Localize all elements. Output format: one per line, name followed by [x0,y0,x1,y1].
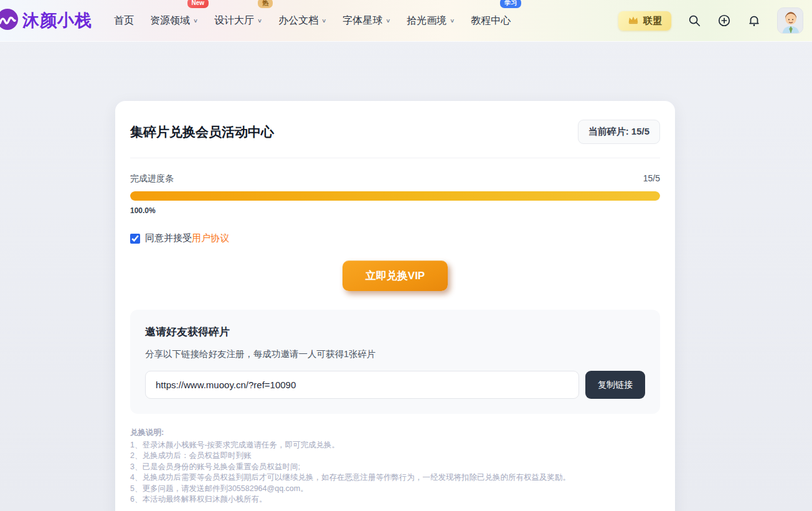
agreement-label: 同意并接受 [145,232,192,243]
agreement-text: 同意并接受用户协议 [145,232,229,244]
new-badge: New [187,0,209,8]
note-item: 4、兑换成功后需要等会员权益到期后才可以继续兑换，如存在恶意注册等作弊行为，一经… [130,472,660,484]
nav-item-office-docs[interactable]: 办公文档 ∨ [270,11,334,31]
chevron-down-icon: ∨ [450,17,455,24]
search-icon[interactable] [687,14,701,27]
avatar[interactable] [777,7,803,34]
agreement-row: 同意并接受用户协议 [130,232,660,244]
hot-badge: 热 [258,0,273,8]
progress-percent: 100.0% [130,206,660,215]
nav-label: 字体星球 [342,14,382,27]
copy-link-button[interactable]: 复制链接 [585,371,645,399]
progress-label-row: 完成进度条 15/5 [130,173,660,184]
nav-label: 首页 [114,14,134,27]
plus-circle-icon[interactable] [717,14,731,27]
nav-label: 资源领域 [150,14,190,27]
bell-icon[interactable] [747,14,761,27]
card-header: 集碎片兑换会员活动中心 当前碎片: 15/5 [130,120,660,144]
invite-title: 邀请好友获得碎片 [145,325,645,339]
divider [130,158,660,158]
note-item: 5、更多问题，请发送邮件到305582964@qq.com。 [130,484,660,495]
nav-item-home[interactable]: 首页 [106,11,142,31]
crown-icon [628,15,639,27]
nav-label: 拾光画境 [407,14,446,27]
note-item: 6、本活动最终解释权归沐颜小栈所有。 [130,494,660,505]
redeem-notes: 兑换说明: 1、登录沐颜小栈账号-按要求完成邀请任务，即可完成兑换。 2、兑换成… [130,427,660,505]
invite-description: 分享以下链接给好友注册，每成功邀请一人可获得1张碎片 [145,348,645,360]
page-title: 集碎片兑换会员活动中心 [130,123,274,141]
chevron-down-icon: ∨ [257,17,262,24]
nav-label: 教程中心 [471,14,511,27]
note-item: 2、兑换成功后：会员权益即时到账 [130,451,660,462]
progress-count: 15/5 [643,173,660,184]
redeem-button-wrap: 立即兑换VIP [130,260,660,291]
current-shards-badge: 当前碎片: 15/5 [578,120,660,144]
nav-item-design-hall[interactable]: 设计大厅 ∨ 热 [206,11,270,31]
alliance-label: 联盟 [643,15,662,27]
chevron-down-icon: ∨ [193,17,198,24]
nav-item-tutorials[interactable]: 教程中心 学习 [463,11,519,31]
navbar-right: 联盟 [618,7,803,34]
agree-checkbox[interactable] [130,234,140,244]
activity-card: 集碎片兑换会员活动中心 当前碎片: 15/5 完成进度条 15/5 100.0%… [115,101,675,511]
invite-link-input[interactable] [145,371,579,399]
logo-icon [0,8,19,33]
note-item: 1、登录沐颜小栈账号-按要求完成邀请任务，即可完成兑换。 [130,440,660,451]
main-nav: 首页 资源领域 ∨ New 设计大厅 ∨ 热 办公文档 ∨ 字体星球 ∨ 拾光画… [106,11,519,31]
note-item: 3、已是会员身份的账号兑换会重置会员权益时间; [130,462,660,473]
nav-label: 设计大厅 [214,14,254,27]
learn-badge: 学习 [500,0,521,8]
site-logo[interactable]: 沐颜小栈 [0,8,92,33]
invite-section: 邀请好友获得碎片 分享以下链接给好友注册，每成功邀请一人可获得1张碎片 复制链接 [130,310,660,414]
chevron-down-icon: ∨ [385,17,390,24]
logo-text: 沐颜小栈 [22,9,92,32]
redeem-vip-button[interactable]: 立即兑换VIP [342,260,448,291]
alliance-button[interactable]: 联盟 [618,11,671,31]
nav-item-resources[interactable]: 资源领域 ∨ New [142,11,206,31]
chevron-down-icon: ∨ [321,17,326,24]
nav-item-gallery[interactable]: 拾光画境 ∨ [399,11,463,31]
notes-title: 兑换说明: [130,427,660,439]
nav-label: 办公文档 [278,14,318,27]
top-navbar: 沐颜小栈 首页 资源领域 ∨ New 设计大厅 ∨ 热 办公文档 ∨ 字体星球 … [0,0,812,41]
progress-label: 完成进度条 [130,173,174,184]
user-agreement-link[interactable]: 用户协议 [192,232,229,243]
progress-bar-fill [130,191,660,201]
progress-bar [130,191,660,201]
nav-item-fonts[interactable]: 字体星球 ∨ [334,11,399,31]
invite-link-row: 复制链接 [145,371,645,399]
